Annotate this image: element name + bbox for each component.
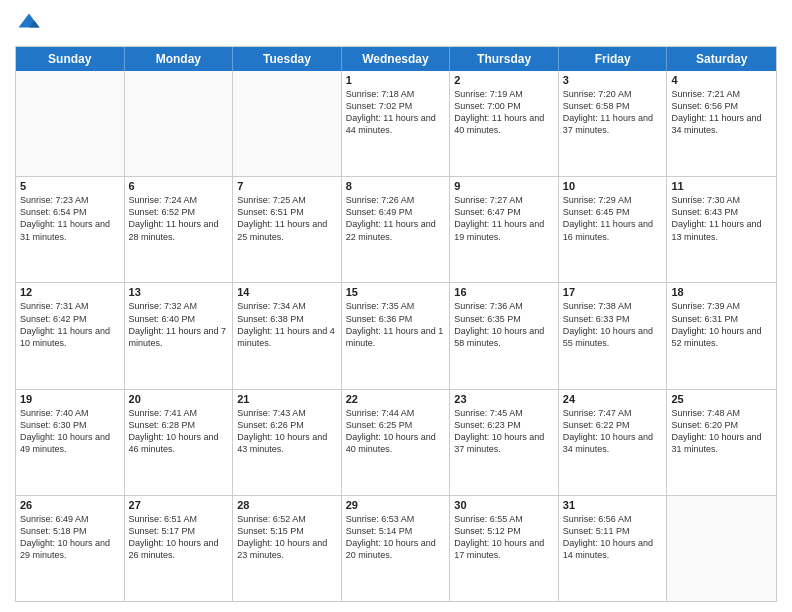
calendar-cell: 9Sunrise: 7:27 AM Sunset: 6:47 PM Daylig… <box>450 177 559 282</box>
calendar-cell: 19Sunrise: 7:40 AM Sunset: 6:30 PM Dayli… <box>16 390 125 495</box>
day-info: Sunrise: 6:55 AM Sunset: 5:12 PM Dayligh… <box>454 513 554 562</box>
day-info: Sunrise: 6:52 AM Sunset: 5:15 PM Dayligh… <box>237 513 337 562</box>
weekday-header-friday: Friday <box>559 47 668 71</box>
page: SundayMondayTuesdayWednesdayThursdayFrid… <box>0 0 792 612</box>
day-info: Sunrise: 7:34 AM Sunset: 6:38 PM Dayligh… <box>237 300 337 349</box>
day-number: 24 <box>563 393 663 405</box>
day-number: 30 <box>454 499 554 511</box>
calendar-row-4: 26Sunrise: 6:49 AM Sunset: 5:18 PM Dayli… <box>16 496 776 601</box>
calendar-cell: 1Sunrise: 7:18 AM Sunset: 7:02 PM Daylig… <box>342 71 451 176</box>
calendar-cell: 13Sunrise: 7:32 AM Sunset: 6:40 PM Dayli… <box>125 283 234 388</box>
day-number: 29 <box>346 499 446 511</box>
day-number: 13 <box>129 286 229 298</box>
weekday-header-sunday: Sunday <box>16 47 125 71</box>
calendar-row-1: 5Sunrise: 7:23 AM Sunset: 6:54 PM Daylig… <box>16 177 776 283</box>
calendar-cell: 17Sunrise: 7:38 AM Sunset: 6:33 PM Dayli… <box>559 283 668 388</box>
day-number: 31 <box>563 499 663 511</box>
calendar-cell <box>233 71 342 176</box>
day-info: Sunrise: 7:25 AM Sunset: 6:51 PM Dayligh… <box>237 194 337 243</box>
calendar-header: SundayMondayTuesdayWednesdayThursdayFrid… <box>16 47 776 71</box>
day-number: 14 <box>237 286 337 298</box>
calendar-cell: 6Sunrise: 7:24 AM Sunset: 6:52 PM Daylig… <box>125 177 234 282</box>
day-number: 3 <box>563 74 663 86</box>
day-info: Sunrise: 7:44 AM Sunset: 6:25 PM Dayligh… <box>346 407 446 456</box>
calendar-row-2: 12Sunrise: 7:31 AM Sunset: 6:42 PM Dayli… <box>16 283 776 389</box>
calendar-cell: 11Sunrise: 7:30 AM Sunset: 6:43 PM Dayli… <box>667 177 776 282</box>
weekday-header-tuesday: Tuesday <box>233 47 342 71</box>
day-number: 12 <box>20 286 120 298</box>
calendar-cell: 3Sunrise: 7:20 AM Sunset: 6:58 PM Daylig… <box>559 71 668 176</box>
day-number: 28 <box>237 499 337 511</box>
weekday-header-wednesday: Wednesday <box>342 47 451 71</box>
calendar-cell: 16Sunrise: 7:36 AM Sunset: 6:35 PM Dayli… <box>450 283 559 388</box>
day-number: 20 <box>129 393 229 405</box>
calendar: SundayMondayTuesdayWednesdayThursdayFrid… <box>15 46 777 602</box>
day-number: 26 <box>20 499 120 511</box>
day-number: 4 <box>671 74 772 86</box>
calendar-cell: 30Sunrise: 6:55 AM Sunset: 5:12 PM Dayli… <box>450 496 559 601</box>
day-info: Sunrise: 7:29 AM Sunset: 6:45 PM Dayligh… <box>563 194 663 243</box>
calendar-cell <box>667 496 776 601</box>
day-number: 15 <box>346 286 446 298</box>
day-number: 21 <box>237 393 337 405</box>
weekday-header-saturday: Saturday <box>667 47 776 71</box>
logo <box>15 10 45 38</box>
calendar-cell: 26Sunrise: 6:49 AM Sunset: 5:18 PM Dayli… <box>16 496 125 601</box>
day-info: Sunrise: 7:24 AM Sunset: 6:52 PM Dayligh… <box>129 194 229 243</box>
day-number: 22 <box>346 393 446 405</box>
calendar-cell: 7Sunrise: 7:25 AM Sunset: 6:51 PM Daylig… <box>233 177 342 282</box>
day-info: Sunrise: 7:19 AM Sunset: 7:00 PM Dayligh… <box>454 88 554 137</box>
header <box>15 10 777 38</box>
calendar-cell <box>16 71 125 176</box>
day-number: 19 <box>20 393 120 405</box>
day-info: Sunrise: 7:23 AM Sunset: 6:54 PM Dayligh… <box>20 194 120 243</box>
day-info: Sunrise: 7:38 AM Sunset: 6:33 PM Dayligh… <box>563 300 663 349</box>
day-info: Sunrise: 7:18 AM Sunset: 7:02 PM Dayligh… <box>346 88 446 137</box>
calendar-cell: 24Sunrise: 7:47 AM Sunset: 6:22 PM Dayli… <box>559 390 668 495</box>
calendar-cell: 31Sunrise: 6:56 AM Sunset: 5:11 PM Dayli… <box>559 496 668 601</box>
weekday-header-thursday: Thursday <box>450 47 559 71</box>
day-number: 2 <box>454 74 554 86</box>
weekday-header-monday: Monday <box>125 47 234 71</box>
calendar-cell: 10Sunrise: 7:29 AM Sunset: 6:45 PM Dayli… <box>559 177 668 282</box>
day-info: Sunrise: 7:36 AM Sunset: 6:35 PM Dayligh… <box>454 300 554 349</box>
day-info: Sunrise: 7:48 AM Sunset: 6:20 PM Dayligh… <box>671 407 772 456</box>
calendar-cell: 12Sunrise: 7:31 AM Sunset: 6:42 PM Dayli… <box>16 283 125 388</box>
day-number: 17 <box>563 286 663 298</box>
day-info: Sunrise: 7:20 AM Sunset: 6:58 PM Dayligh… <box>563 88 663 137</box>
day-number: 16 <box>454 286 554 298</box>
day-number: 18 <box>671 286 772 298</box>
day-number: 6 <box>129 180 229 192</box>
day-info: Sunrise: 6:56 AM Sunset: 5:11 PM Dayligh… <box>563 513 663 562</box>
day-info: Sunrise: 7:30 AM Sunset: 6:43 PM Dayligh… <box>671 194 772 243</box>
calendar-cell <box>125 71 234 176</box>
day-number: 1 <box>346 74 446 86</box>
calendar-cell: 22Sunrise: 7:44 AM Sunset: 6:25 PM Dayli… <box>342 390 451 495</box>
day-info: Sunrise: 7:47 AM Sunset: 6:22 PM Dayligh… <box>563 407 663 456</box>
calendar-cell: 27Sunrise: 6:51 AM Sunset: 5:17 PM Dayli… <box>125 496 234 601</box>
calendar-cell: 29Sunrise: 6:53 AM Sunset: 5:14 PM Dayli… <box>342 496 451 601</box>
calendar-cell: 20Sunrise: 7:41 AM Sunset: 6:28 PM Dayli… <box>125 390 234 495</box>
calendar-cell: 25Sunrise: 7:48 AM Sunset: 6:20 PM Dayli… <box>667 390 776 495</box>
day-info: Sunrise: 7:45 AM Sunset: 6:23 PM Dayligh… <box>454 407 554 456</box>
day-info: Sunrise: 7:39 AM Sunset: 6:31 PM Dayligh… <box>671 300 772 349</box>
day-info: Sunrise: 7:31 AM Sunset: 6:42 PM Dayligh… <box>20 300 120 349</box>
day-number: 25 <box>671 393 772 405</box>
calendar-cell: 2Sunrise: 7:19 AM Sunset: 7:00 PM Daylig… <box>450 71 559 176</box>
calendar-cell: 15Sunrise: 7:35 AM Sunset: 6:36 PM Dayli… <box>342 283 451 388</box>
logo-icon <box>15 10 43 38</box>
day-number: 7 <box>237 180 337 192</box>
day-info: Sunrise: 6:49 AM Sunset: 5:18 PM Dayligh… <box>20 513 120 562</box>
day-info: Sunrise: 7:27 AM Sunset: 6:47 PM Dayligh… <box>454 194 554 243</box>
calendar-cell: 14Sunrise: 7:34 AM Sunset: 6:38 PM Dayli… <box>233 283 342 388</box>
calendar-body: 1Sunrise: 7:18 AM Sunset: 7:02 PM Daylig… <box>16 71 776 601</box>
calendar-cell: 4Sunrise: 7:21 AM Sunset: 6:56 PM Daylig… <box>667 71 776 176</box>
day-number: 10 <box>563 180 663 192</box>
calendar-cell: 5Sunrise: 7:23 AM Sunset: 6:54 PM Daylig… <box>16 177 125 282</box>
calendar-row-3: 19Sunrise: 7:40 AM Sunset: 6:30 PM Dayli… <box>16 390 776 496</box>
day-number: 11 <box>671 180 772 192</box>
day-info: Sunrise: 6:53 AM Sunset: 5:14 PM Dayligh… <box>346 513 446 562</box>
calendar-cell: 23Sunrise: 7:45 AM Sunset: 6:23 PM Dayli… <box>450 390 559 495</box>
calendar-cell: 8Sunrise: 7:26 AM Sunset: 6:49 PM Daylig… <box>342 177 451 282</box>
day-number: 8 <box>346 180 446 192</box>
